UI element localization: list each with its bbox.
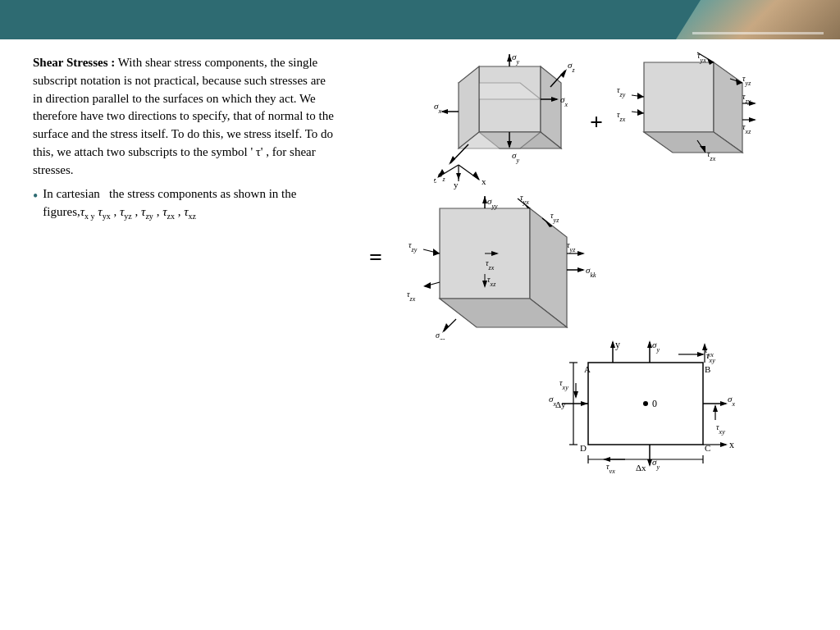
svg-text:0: 0: [652, 398, 657, 409]
section-body: With shear stress components, the single…: [33, 56, 334, 176]
svg-marker-16: [441, 109, 448, 114]
svg-text:τzx: τzx: [617, 110, 626, 123]
svg-text:τyz: τyz: [550, 211, 559, 224]
svg-text:σkk: σkk: [586, 265, 596, 279]
svg-marker-52: [637, 93, 644, 99]
bullet-content: In cartesian the stress components as sh…: [43, 185, 336, 222]
svg-text:σyy: σyy: [487, 196, 498, 210]
svg-marker-28: [472, 171, 480, 180]
bullet-icon: •: [33, 185, 38, 207]
svg-text:σy: σy: [512, 52, 519, 66]
svg-text:σx: σx: [434, 101, 441, 115]
svg-marker-97: [697, 352, 705, 357]
svg-marker-116: [581, 401, 588, 406]
svg-marker-55: [637, 109, 644, 116]
section-title: Shear Stresses :: [33, 56, 115, 69]
svg-text:τyz: τyz: [742, 74, 751, 87]
svg-text:τyz: τyz: [567, 240, 576, 253]
svg-text:z: z: [434, 175, 436, 185]
svg-marker-125: [713, 404, 718, 412]
main-paragraph: Shear Stresses : With shear stress compo…: [33, 54, 336, 179]
svg-text:y: y: [615, 339, 620, 350]
svg-text:τyx: τyx: [520, 193, 529, 206]
svg-marker-70: [578, 267, 585, 272]
2d-stress-element: y σy τyx τxy A B C D: [506, 338, 736, 473]
cube-diagram-1: σy σy σx σx σz σz: [434, 50, 578, 194]
svg-text:τyx: τyx: [697, 51, 706, 64]
svg-text:A: A: [584, 364, 591, 374]
svg-text:y: y: [454, 180, 459, 189]
equals-row: = σyy τyx τyz: [361, 200, 832, 340]
svg-text:τxz: τxz: [742, 122, 751, 135]
svg-marker-76: [433, 249, 440, 256]
svg-text:τxy: τxy: [559, 378, 568, 391]
cube-diagram-2: τyx τyz τzy τxz τzx: [615, 50, 759, 194]
svg-text:σz: σz: [568, 60, 575, 74]
svg-text:τzy: τzy: [617, 85, 626, 98]
svg-marker-25: [456, 173, 461, 180]
svg-text:x: x: [729, 439, 734, 450]
svg-text:σzz: σzz: [436, 331, 445, 340]
top-bar-line: [692, 32, 824, 34]
bullet-item: • In cartesian the stress components as …: [33, 185, 336, 222]
svg-marker-122: [720, 401, 728, 406]
svg-text:D: D: [580, 443, 587, 453]
top-diagram-row: σy σy σx σx σz σz: [434, 50, 759, 194]
svg-marker-22: [560, 69, 567, 78]
svg-point-127: [643, 401, 648, 406]
text-panel: Shear Stresses : With shear stress compo…: [0, 46, 353, 630]
svg-text:σx: σx: [549, 394, 556, 408]
top-bar: [0, 0, 840, 39]
svg-marker-33: [644, 62, 714, 132]
2d-stress-diagram-row: y σy τyx τxy A B C D: [506, 338, 736, 477]
svg-text:σx: σx: [728, 394, 735, 408]
svg-text:τxy: τxy: [716, 422, 725, 436]
svg-marker-19: [449, 156, 455, 165]
svg-marker-119: [573, 391, 578, 399]
svg-text:x: x: [482, 176, 486, 186]
svg-marker-46: [749, 117, 756, 122]
svg-marker-130: [720, 442, 728, 447]
main-content: Shear Stresses : With shear stress compo…: [0, 46, 840, 630]
svg-text:τzy: τzy: [742, 92, 751, 105]
cube-diagram-3: σyy τyx τyz σkk τyz: [390, 192, 620, 340]
diagrams-panel: σy σy σx σx σz σz: [353, 46, 840, 630]
svg-marker-79: [423, 282, 431, 289]
svg-text:τyx: τyx: [606, 462, 615, 473]
svg-text:Δy: Δy: [555, 399, 566, 409]
svg-text:B: B: [705, 364, 710, 374]
svg-marker-73: [578, 251, 585, 256]
plus-sign: +: [590, 109, 603, 135]
svg-text:σy: σy: [652, 340, 660, 354]
svg-text:τzx: τzx: [407, 290, 416, 303]
svg-text:τzy: τzy: [409, 240, 418, 253]
svg-text:Δx: Δx: [636, 463, 646, 472]
svg-text:σy: σy: [512, 150, 519, 164]
